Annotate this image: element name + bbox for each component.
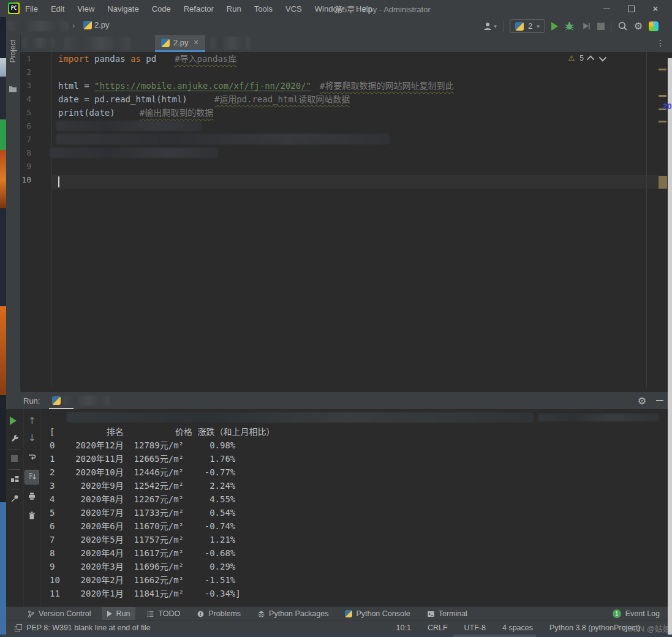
console-line: 10 2020年2月 11662元/m² -1.51% <box>50 573 235 587</box>
run-panel-label: Run: <box>23 396 40 405</box>
hide-panel-icon[interactable] <box>656 400 663 401</box>
packages-icon <box>257 610 265 618</box>
caret-position-widget[interactable]: 10:1 <box>396 624 411 632</box>
line-number[interactable]: 4 <box>13 92 31 106</box>
line-number[interactable]: 1 <box>13 52 31 66</box>
toolbox-icon[interactable] <box>649 21 659 31</box>
breadcrumb-file[interactable]: 2.py <box>83 20 110 29</box>
run-toolwindow-icon <box>107 611 112 617</box>
menu-edit[interactable]: Edit <box>51 4 64 13</box>
censored-project-name <box>7 21 69 31</box>
menu-view[interactable]: View <box>77 4 94 13</box>
toolwindow-run[interactable]: Run <box>102 607 135 620</box>
down-stack-trace-icon[interactable]: ↓ <box>28 432 36 443</box>
toolwindow-terminal[interactable]: Terminal <box>427 607 467 620</box>
indent-widget[interactable]: 4 spaces <box>502 624 533 632</box>
minimize-button[interactable] <box>594 0 619 17</box>
run-settings-gear-icon[interactable]: ⚙ <box>638 395 646 407</box>
toolwindow-problems[interactable]: Problems <box>197 607 241 620</box>
run-panel-body: ↑ ↓ [ 排名 价格 涨跌（和上月相比） 0 2020年12月 12789元/… <box>6 409 672 606</box>
toolwindow-python-packages[interactable]: Python Packages <box>257 607 328 620</box>
menu-tools[interactable]: Tools <box>254 4 273 13</box>
pin-icon[interactable] <box>10 494 20 503</box>
breadcrumb-file-label: 2.py <box>94 20 110 29</box>
terminal-icon <box>427 610 435 618</box>
menu-file[interactable]: File <box>25 4 38 13</box>
settings-gear-icon[interactable]: ⚙ <box>634 20 643 32</box>
url-string[interactable]: "https://mobile.anjuke.com/xf/fj-nn/2020… <box>94 81 311 91</box>
toolwindow-label: Python Console <box>356 609 410 618</box>
prev-warning-icon[interactable] <box>587 55 595 63</box>
maximize-button[interactable] <box>619 0 643 17</box>
code-line-4: date = pd.read_html(html)#运用pd.read_html… <box>58 92 350 106</box>
code-editor[interactable]: 1 2 3 4 5 6 7 8 9 10 import pandas as pd… <box>20 52 659 387</box>
run-config-label: 2 <box>528 21 532 31</box>
run-button[interactable] <box>551 22 558 31</box>
menu-bar: File Edit View Navigate Code Refactor Ru… <box>25 0 372 17</box>
warning-icon: ⚠ <box>568 54 575 62</box>
inspection-status-icon[interactable] <box>15 624 21 631</box>
menu-navigate[interactable]: Navigate <box>107 4 138 13</box>
tab-options-icon[interactable]: ⋮ <box>656 38 665 48</box>
toolwindow-todo[interactable]: TODO <box>146 607 180 620</box>
toolbar-separator <box>503 21 504 32</box>
pycharm-logo-icon[interactable]: PC <box>8 2 20 14</box>
toolbar-separator <box>611 21 611 32</box>
wrench-icon[interactable] <box>10 434 20 443</box>
coverage-button[interactable] <box>581 21 591 31</box>
stop-button[interactable] <box>11 455 18 462</box>
line-ending-widget[interactable]: CRLF <box>428 624 448 632</box>
inspections-widget[interactable]: ⚠ 5 <box>568 54 605 62</box>
run-config-select[interactable]: 2 ▾ <box>510 19 545 33</box>
comment: #将要爬取数据的网站网址复制到此 <box>320 81 453 91</box>
scroll-to-end-icon[interactable] <box>27 472 37 481</box>
menu-code[interactable]: Code <box>152 4 171 13</box>
user-button[interactable]: ▾ <box>483 21 497 31</box>
console-line: 7 2020年5月 11757元/m² 1.21% <box>50 533 235 546</box>
encoding-widget[interactable]: UTF-8 <box>464 624 486 632</box>
restore-layout-icon[interactable] <box>10 474 20 484</box>
search-everywhere-button[interactable] <box>617 21 628 31</box>
status-bar: PEP 8: W391 blank line at end of file 10… <box>6 620 672 635</box>
toolwindow-python-console[interactable]: Python Console <box>345 607 410 620</box>
identifier: pandas <box>89 54 130 64</box>
navigation-toolbar: › 2.py ▾ 2 ▾ ⚙ <box>6 17 672 36</box>
background-page-strip <box>668 58 672 635</box>
close-button[interactable]: ✕ <box>643 0 668 17</box>
python-file-icon <box>83 21 92 29</box>
line-number[interactable]: 9 <box>13 160 31 173</box>
tab-close-icon[interactable]: ✕ <box>194 39 199 47</box>
toolwindow-version-control[interactable]: Version Control <box>27 607 91 620</box>
line-number[interactable]: 3 <box>13 79 31 92</box>
menu-run[interactable]: Run <box>227 4 241 13</box>
taskbar-segment <box>453 635 536 637</box>
soft-wrap-icon[interactable] <box>27 452 37 462</box>
censored-command-line <box>538 413 659 421</box>
pycharm-window: PC File Edit View Navigate Code Refactor… <box>0 0 672 637</box>
menu-refactor[interactable]: Refactor <box>184 4 214 13</box>
toolwindow-label: Terminal <box>439 609 467 618</box>
code-line-3: html = "https://mobile.anjuke.com/xf/fj-… <box>58 79 453 92</box>
line-number[interactable]: 7 <box>13 133 31 146</box>
line-number[interactable]: 2 <box>13 66 31 79</box>
menu-vcs[interactable]: VCS <box>285 4 302 13</box>
run-console[interactable]: [ 排名 价格 涨跌（和上月相比） 0 2020年12月 12789元/m² 0… <box>41 409 672 606</box>
censored-command-line <box>67 412 534 423</box>
stop-button[interactable] <box>597 23 605 30</box>
up-stack-trace-icon[interactable]: ↑ <box>28 415 36 426</box>
scrollbar-thumb[interactable] <box>659 176 667 189</box>
line-number[interactable]: 6 <box>13 119 31 133</box>
line-number[interactable]: 8 <box>13 146 31 160</box>
console-line: 0 2020年12月 12789元/m² 0.98% <box>50 439 235 452</box>
clear-trash-icon[interactable] <box>27 511 37 521</box>
code-text: date = pd.read_html(html) <box>58 94 187 104</box>
rerun-button[interactable] <box>10 417 17 425</box>
tab-2py[interactable]: 2.py ✕ <box>155 35 205 52</box>
event-log-button[interactable]: 1 Event Log <box>613 609 660 618</box>
next-warning-icon[interactable] <box>599 53 607 61</box>
line-number[interactable]: 5 <box>13 106 31 119</box>
line-number-current[interactable]: 10 <box>13 173 31 187</box>
scrollbar-track[interactable] <box>646 52 647 387</box>
debug-button[interactable] <box>564 21 575 31</box>
print-icon[interactable] <box>27 491 37 501</box>
